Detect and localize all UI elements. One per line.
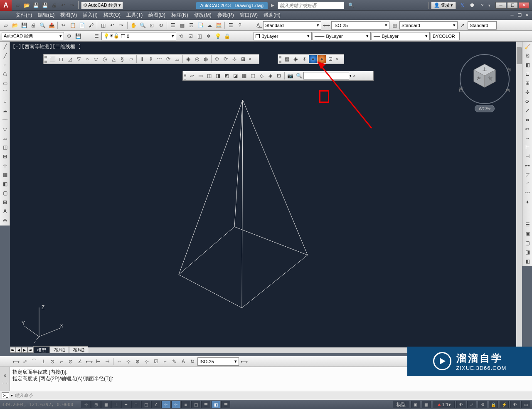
dim-style-icon[interactable]: ⟷	[322, 21, 330, 30]
point-icon[interactable]: ⊹	[1, 161, 9, 170]
torus-icon[interactable]: ◎	[101, 55, 109, 63]
dim-text-edit-icon[interactable]: A	[179, 357, 187, 366]
text-style-icon[interactable]: A͟	[254, 21, 262, 30]
block-editor-icon[interactable]: ◫	[99, 21, 107, 30]
paste-icon[interactable]: 📄	[78, 21, 86, 30]
dim-update-icon[interactable]: ↻	[188, 357, 197, 366]
vs-shaded-icon[interactable]: ◪	[231, 72, 239, 80]
help-icon[interactable]: ?	[478, 2, 486, 9]
maximize-button[interactable]: ☐	[507, 2, 518, 9]
draworder-below-icon[interactable]: ◧	[523, 257, 532, 265]
otrack-icon[interactable]: ∠	[151, 401, 160, 408]
menu-dimension[interactable]: 标注(N)	[169, 11, 191, 20]
saveas-icon[interactable]: 💾	[41, 1, 49, 10]
circle-icon[interactable]: ○	[1, 97, 9, 106]
matchprop-icon[interactable]: 🖌	[87, 21, 95, 30]
plot-icon[interactable]: 🖨	[29, 21, 37, 30]
ellipse-icon[interactable]: ⬭	[1, 125, 9, 133]
rectangle-icon[interactable]: ▭	[1, 79, 9, 87]
osnap-icon[interactable]: □	[131, 401, 140, 408]
vs-wireframe-icon[interactable]: ▭	[196, 72, 204, 80]
doc-close-button[interactable]: ✕	[524, 12, 530, 18]
app-logo[interactable]: A	[0, 0, 12, 11]
open-icon[interactable]: 📂	[11, 21, 19, 30]
tool-palette-icon[interactable]: ☴	[187, 21, 195, 30]
mleader-style-icon[interactable]: ↗	[458, 21, 467, 30]
wcs-badge[interactable]: WCS ▿	[475, 105, 495, 112]
sweep-icon[interactable]: 〰	[155, 55, 164, 63]
draworder-front-icon[interactable]: ▣	[523, 230, 532, 238]
chevron-right-icon[interactable]: ▶	[271, 3, 274, 7]
login-button[interactable]: 👤 登录 ▾	[431, 2, 456, 9]
lineweight-dropdown[interactable]: ──ByLayer▾	[372, 32, 430, 40]
dim-style-dropdown[interactable]: ISO-25▾	[331, 21, 389, 30]
table-style-dropdown[interactable]: Standard▾	[399, 21, 458, 30]
tab-next-icon[interactable]: ▶	[22, 347, 27, 353]
grid-icon[interactable]: ▦	[101, 401, 111, 408]
vs-shades-gray-icon[interactable]: ◫	[249, 72, 257, 80]
extend-icon[interactable]: →	[523, 134, 532, 142]
layer-manager-icon[interactable]: ☰	[227, 21, 235, 30]
ortho-icon[interactable]: ⊥	[111, 401, 121, 408]
visual-style-icon[interactable]: ◉	[291, 55, 300, 63]
publish-icon[interactable]: 📤	[47, 21, 56, 30]
menu-help[interactable]: 帮助(H)	[261, 11, 283, 20]
layer-freeze-icon[interactable]: ❄	[204, 32, 213, 40]
wedge-icon[interactable]: ◿	[66, 55, 74, 63]
doc-minimize-button[interactable]: ─	[509, 12, 515, 18]
toolbar-grip[interactable]	[44, 55, 47, 63]
mleader-style-dropdown[interactable]: Standard	[468, 21, 497, 30]
redo-icon[interactable]: ↷	[68, 1, 76, 10]
dim-diameter-icon[interactable]: ⊘	[66, 357, 75, 366]
sheet-set-icon[interactable]: 📑	[196, 21, 204, 30]
anno-scale-button[interactable]: 🔺 1:1 ▾	[433, 401, 455, 408]
dim-angular-icon[interactable]: ∠	[76, 357, 84, 366]
pyramid-icon[interactable]: △	[109, 55, 118, 63]
zoom-previous-icon[interactable]: ⟲	[157, 21, 165, 30]
menu-edit[interactable]: 编辑(E)	[35, 11, 57, 20]
ellipse-arc-icon[interactable]: ⌓	[1, 134, 9, 142]
search-icon[interactable]: 🔍	[347, 2, 355, 9]
table-icon[interactable]: ⊞	[1, 198, 9, 206]
dim-style-selector[interactable]: ISO-25▾	[197, 357, 239, 366]
insert-block-icon[interactable]: ◫	[1, 143, 9, 151]
table-style-icon[interactable]: ▦	[390, 21, 399, 30]
presspull-icon[interactable]: ⇕	[147, 55, 155, 63]
3darray-icon[interactable]: ⊞	[239, 55, 247, 63]
markup-icon[interactable]: ☁	[205, 21, 214, 30]
preview-icon[interactable]: 🔍	[38, 21, 47, 30]
design-center-icon[interactable]: ▦	[178, 21, 186, 30]
dyn-icon[interactable]: ⊹	[171, 401, 180, 408]
rotate-icon[interactable]: ⟳	[523, 97, 532, 106]
layer-state-icon[interactable]: ☑	[186, 32, 195, 40]
union-icon[interactable]: ◉	[184, 55, 192, 63]
vs-sketchy-icon[interactable]: ◇	[257, 72, 266, 80]
command-input[interactable]: 键入命令	[15, 392, 530, 399]
toolbar-close-icon[interactable]: ✕	[352, 74, 356, 78]
3dalign-icon[interactable]: ⊹	[230, 55, 239, 63]
tab-model[interactable]: 模型	[33, 346, 50, 353]
dim-break-icon[interactable]: ⊹	[124, 357, 133, 366]
add-selected-icon[interactable]: ⊕	[1, 216, 9, 225]
draworder-icon[interactable]: ☰	[523, 221, 532, 229]
trim-icon[interactable]: ✂	[523, 125, 532, 133]
toolbar-grip[interactable]	[184, 72, 186, 79]
exchange-icon[interactable]: 𝕏	[458, 2, 466, 9]
undo-icon[interactable]: ↶	[59, 1, 67, 10]
jogged-linear-icon[interactable]: ⌐	[161, 357, 169, 366]
lwt-icon[interactable]: ≡	[181, 401, 190, 408]
zoom-icon[interactable]: 🔍	[138, 21, 147, 30]
dim-arc-icon[interactable]: ⌒	[30, 357, 38, 366]
workspace-selector[interactable]: ⚙ AutoCAD 经典 ▾	[81, 2, 123, 9]
vertical-scrollbar[interactable]	[516, 42, 522, 347]
vs-camera-icon[interactable]: 📷	[286, 72, 294, 80]
minimize-button[interactable]: ─	[495, 2, 506, 9]
am-icon[interactable]: ☰	[221, 401, 230, 408]
text-style-dropdown[interactable]: Standard▾	[263, 21, 321, 30]
render-env-icon[interactable]: ☀	[300, 55, 308, 63]
polyline-icon[interactable]: ⌐	[1, 61, 9, 69]
menu-tools[interactable]: 工具(T)	[124, 11, 145, 20]
polar-icon[interactable]: ✦	[121, 401, 131, 408]
draworder-back-icon[interactable]: ▢	[523, 239, 532, 247]
box-icon[interactable]: ◻	[57, 55, 65, 63]
